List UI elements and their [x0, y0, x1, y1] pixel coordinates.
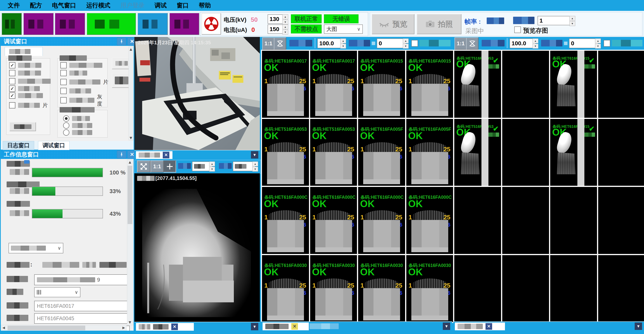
debug-radio[interactable]	[63, 122, 92, 129]
empty-cell[interactable]	[502, 119, 549, 186]
max-gray-spinner[interactable]: ▲▼	[532, 39, 538, 49]
side-button-2[interactable]	[112, 73, 131, 88]
radiation-button[interactable]	[202, 13, 221, 35]
debug-checkbox[interactable]: 灰度	[60, 97, 108, 104]
image-size-select[interactable]: 大图∨	[324, 25, 363, 34]
fit-view-button[interactable]	[274, 37, 286, 50]
inspection-cell[interactable]: 条码:HET616FA005FOK1256	[358, 119, 405, 186]
close-icon[interactable]: ✕	[486, 323, 492, 330]
min-gray-spinner[interactable]: ▲▼	[595, 39, 601, 49]
debug-checkbox[interactable]	[60, 70, 87, 76]
inspection-cell[interactable]: 条码:HET616FA0030OK1256	[406, 255, 453, 322]
inspection-cell[interactable]: 条码:HET616FA005FOK1256	[406, 119, 453, 186]
grid3-tab-active[interactable]: ✕	[262, 322, 309, 330]
debug-radio[interactable]	[63, 115, 90, 122]
pin-icon[interactable]	[117, 38, 126, 45]
xray-spinner-2[interactable]: ▲▼	[252, 161, 258, 172]
inspection-cell[interactable]: 条码:HET616FA000COK1256	[310, 187, 357, 254]
tab-dropdown-icon[interactable]: ▼	[635, 322, 642, 330]
checkbox-icon[interactable]	[9, 70, 15, 76]
debug-checkbox[interactable]: 片	[9, 102, 48, 109]
serial-input-1[interactable]: HET616FA0017	[34, 301, 130, 311]
checkbox-icon[interactable]	[9, 78, 15, 84]
menu-item-配方[interactable]: 配方	[25, 1, 47, 10]
inspection-cell[interactable]: 条码:HET616FA000COK1256	[358, 187, 405, 254]
toolbar-button-2[interactable]	[23, 13, 54, 35]
debug-checkbox[interactable]	[9, 70, 41, 76]
checkbox-icon[interactable]	[9, 102, 15, 108]
debug-checkbox[interactable]	[60, 88, 91, 94]
close-icon[interactable]: ✕	[163, 152, 169, 158]
xray-image-view[interactable]: [2077.41,1504.55]	[134, 173, 260, 322]
debug-window-titlebar[interactable]: 调试窗口 ✕	[1, 37, 140, 46]
debug-checkbox[interactable]	[9, 92, 43, 99]
sideview-cell[interactable]: 条码:HET616FA0015OK✔	[550, 119, 597, 186]
debug-scrollbar[interactable]: ▲ ▼	[128, 47, 133, 140]
tab-dropdown-icon[interactable]: ▼	[251, 323, 258, 330]
one-to-one-button[interactable]: 1:1	[150, 160, 164, 173]
voltage-spinner[interactable]: ▲▼	[282, 14, 288, 25]
inspection-cell[interactable]: 条码:HET616FA0015OK1256	[406, 51, 453, 118]
menu-item-帮助[interactable]: 帮助	[194, 1, 216, 10]
fit-view-button[interactable]	[137, 160, 150, 173]
checkbox-icon[interactable]	[60, 70, 66, 76]
max-gray-input[interactable]: 100.0	[510, 39, 536, 48]
menu-item-文件[interactable]: 文件	[3, 1, 25, 10]
camera-view[interactable]: 2025年1月23日 星期四 14:15:35	[134, 37, 260, 150]
toolbar-button-5[interactable]	[138, 13, 168, 35]
sideview-cell[interactable]: 条码:HET616FA0015OK✔	[550, 51, 597, 118]
checkbox-icon[interactable]	[9, 86, 15, 92]
empty-cell[interactable]	[598, 255, 644, 322]
debug-button[interactable]	[10, 122, 36, 131]
work-vscrollbar[interactable]: ▲ ▼	[127, 159, 133, 325]
empty-cell[interactable]	[598, 119, 644, 186]
debug-radio[interactable]	[63, 129, 92, 136]
radio-icon[interactable]	[63, 129, 69, 136]
max-gray-spinner[interactable]: ▲▼	[340, 39, 346, 49]
camera-tab[interactable]: ✕	[136, 151, 172, 159]
crosshair-button[interactable]	[163, 160, 176, 173]
close-icon[interactable]: ✕	[291, 323, 298, 330]
checkbox-icon[interactable]	[9, 62, 15, 68]
toolbar-button-1[interactable]	[2, 13, 22, 35]
pin-icon[interactable]	[117, 151, 126, 158]
tab-log-window[interactable]: 日志窗口	[3, 141, 34, 150]
preview-button[interactable]: 预览	[372, 14, 414, 34]
inspection-cell[interactable]: 条码:HET516FA0053OK1256	[262, 119, 309, 186]
serial-input-2[interactable]: HET616FA0045	[34, 313, 130, 324]
show-gray-coords-checkbox[interactable]	[604, 40, 610, 47]
lot-input[interactable]: 9	[34, 274, 130, 285]
xray-spin-2[interactable]	[233, 161, 256, 171]
recipe-select[interactable]: ∨	[8, 243, 63, 253]
checkbox-icon[interactable]	[9, 93, 15, 99]
min-gray-input[interactable]: 0	[569, 39, 598, 48]
mode-select[interactable]: ∨	[34, 287, 80, 297]
checkbox-icon[interactable]	[60, 79, 66, 85]
inspection-cell[interactable]: 条码:HET616FA0017OK1256	[262, 51, 309, 118]
save-preview-checkbox[interactable]	[514, 27, 521, 33]
work-hscrollbar[interactable]: ◄ ►	[1, 325, 126, 331]
sideview-cell[interactable]: 条码:HET516FA0053OK✔	[454, 119, 501, 186]
one-to-one-button[interactable]: 1:1	[262, 37, 274, 50]
one-to-one-button[interactable]: 1:1	[454, 37, 467, 50]
overlay-count-input[interactable]: 1	[538, 16, 572, 25]
debug-tab[interactable]	[5, 47, 43, 56]
xray-tab[interactable]: ✕	[136, 323, 194, 331]
grid3-tab-inactive[interactable]	[310, 323, 339, 329]
radio-icon[interactable]	[63, 122, 69, 129]
tab-debug-window[interactable]: 调试窗口	[38, 141, 70, 150]
debug-checkbox[interactable]: 片	[60, 79, 108, 85]
debug-checkbox[interactable]	[9, 62, 41, 69]
menu-item-窗口[interactable]: 窗口	[172, 1, 194, 10]
close-icon[interactable]: ✕	[171, 323, 178, 330]
min-gray-spinner[interactable]: ▲▼	[403, 39, 408, 49]
inspection-cell[interactable]: 条码:HET616FA000COK1256	[406, 187, 453, 254]
inspection-cell[interactable]: 条码:HET616FA0017OK1256	[310, 51, 357, 118]
menu-item-用户登录[interactable]: 用户登录	[115, 1, 150, 10]
min-gray-input[interactable]: 0	[377, 39, 406, 48]
checkbox-icon[interactable]	[60, 88, 66, 94]
empty-cell[interactable]	[550, 187, 597, 254]
debug-checkbox[interactable]	[9, 78, 51, 85]
sideview-cell[interactable]: 条码:HET516FA0053OK✔	[454, 51, 501, 118]
empty-cell[interactable]	[598, 187, 644, 254]
